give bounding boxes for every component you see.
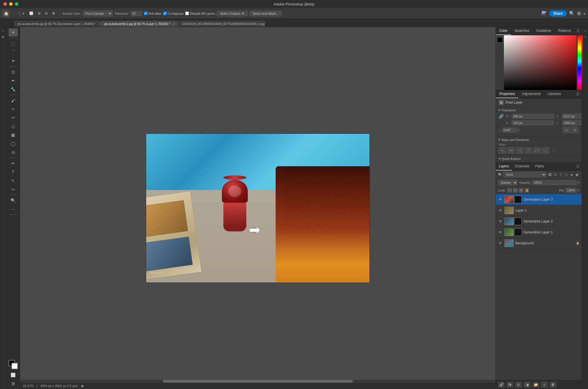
- opacity-chevron[interactable]: ▾: [578, 181, 579, 184]
- tab-1[interactable]: pts-ai-beta-tinhte.jpg @ 66.7% (Generati…: [14, 21, 100, 27]
- layer-fx-icon[interactable]: fx: [507, 382, 513, 388]
- fill-chevron[interactable]: ▾: [578, 189, 579, 192]
- align-right-btn[interactable]: ⊣: [516, 147, 523, 154]
- width-input[interactable]: [512, 114, 554, 119]
- eraser-tool[interactable]: ◻: [9, 122, 18, 130]
- filter-toggle[interactable]: ◉: [575, 172, 579, 177]
- layer-mask-btn[interactable]: ⊙: [515, 382, 522, 388]
- blend-mode-select[interactable]: Darken Normal Multiply Screen Overlay: [498, 180, 518, 185]
- blur-tool[interactable]: ◯: [9, 140, 18, 148]
- fg-swatch[interactable]: [497, 37, 503, 43]
- screen-mode-btn[interactable]: ⬜: [9, 371, 18, 379]
- flip-v-btn[interactable]: ⇕: [571, 127, 579, 133]
- filter-kind-select[interactable]: Kind: [503, 172, 546, 177]
- fill-value[interactable]: 100%: [565, 188, 577, 193]
- collapse-transform-icon[interactable]: ▾: [499, 108, 500, 112]
- history-brush-tool[interactable]: ↩: [9, 114, 18, 122]
- layer-vis-gen2[interactable]: 👁: [498, 219, 503, 224]
- lock-pixel-icon[interactable]: ⬚: [507, 188, 512, 193]
- tab-2[interactable]: pts-ai-beta-tinhte-2.jpg @ 66.7% (Layer …: [101, 21, 178, 27]
- properties-menu-icon[interactable]: ☰: [574, 92, 582, 96]
- chevron-toolbar-icon[interactable]: ▲: [583, 12, 586, 15]
- magic-wand-tool[interactable]: ✦: [9, 57, 18, 65]
- collapse-align-icon[interactable]: ▾: [499, 138, 500, 142]
- minimize-button[interactable]: [9, 2, 13, 6]
- tab-paths[interactable]: Paths: [532, 162, 547, 171]
- search-icon[interactable]: 🔍: [569, 11, 575, 16]
- layer-link-icon[interactable]: 🔗: [498, 382, 504, 388]
- tool-option-add[interactable]: ⊞: [36, 11, 42, 16]
- gradient-tool[interactable]: ▦: [9, 131, 18, 139]
- align-left-btn[interactable]: ⊢: [499, 147, 506, 154]
- background-color[interactable]: [11, 363, 18, 369]
- layer-vis-bg[interactable]: 👁: [498, 241, 503, 245]
- lock-all-icon[interactable]: 🔒: [525, 188, 529, 193]
- marquee-tool[interactable]: ⬚: [9, 40, 18, 48]
- lasso-tool[interactable]: ⌒: [9, 48, 18, 56]
- select-subject-button[interactable]: Select Subject ▼: [217, 11, 247, 16]
- tab-3[interactable]: 326406138_667299308418409_84775208858584…: [179, 21, 265, 27]
- maximize-button[interactable]: [15, 2, 18, 6]
- grid-icon[interactable]: ⊞: [577, 11, 581, 16]
- crop-tool[interactable]: ⊡: [9, 68, 18, 76]
- layer-new-btn[interactable]: +: [541, 382, 548, 388]
- pen-tool[interactable]: ✏: [9, 159, 18, 167]
- dodge-tool[interactable]: ◎: [9, 148, 18, 156]
- tab-1-close[interactable]: ✕: [98, 22, 100, 26]
- align-center-v-btn[interactable]: ⊥⊤: [533, 147, 541, 154]
- lock-position-icon[interactable]: ✏: [513, 188, 518, 193]
- color-hue-bar[interactable]: [578, 35, 582, 90]
- contiguous-checkbox[interactable]: Contiguous: [163, 11, 184, 15]
- align-center-h-btn[interactable]: ⊣⊢: [507, 147, 515, 154]
- close-button[interactable]: [3, 2, 7, 6]
- opacity-value[interactable]: 100%: [532, 180, 577, 185]
- history-panel-icon[interactable]: ↺: [583, 34, 587, 39]
- path-select-tool[interactable]: ↖: [9, 177, 18, 185]
- alpha-bar[interactable]: [581, 35, 583, 90]
- layer-generative-1[interactable]: 👁 Generative Layer 1: [496, 227, 582, 238]
- extra-tools[interactable]: ···: [9, 205, 18, 213]
- height-input[interactable]: [512, 120, 554, 125]
- sample-all-layers-checkbox[interactable]: Sample All Layers: [185, 11, 215, 15]
- spot-heal-tool[interactable]: 🔧: [9, 85, 18, 93]
- chain-link-icon[interactable]: 🔗: [499, 114, 504, 119]
- home-button[interactable]: 🏠: [2, 10, 10, 17]
- color-panel-menu-icon[interactable]: ☰: [574, 29, 582, 33]
- rotate-input[interactable]: [502, 127, 518, 133]
- layer-adjustment-btn[interactable]: ◑: [524, 382, 530, 388]
- eyedropper-tool[interactable]: ✒: [9, 77, 18, 85]
- layer-vis-gen3[interactable]: 👁: [498, 197, 503, 202]
- filter-text-icon[interactable]: T: [558, 172, 563, 177]
- tab-libraries[interactable]: Libraries: [544, 90, 564, 98]
- share-button[interactable]: Share: [549, 10, 567, 17]
- color-picker[interactable]: [496, 35, 582, 90]
- tab-color[interactable]: Color: [496, 27, 511, 35]
- align-top-btn[interactable]: ⊤: [525, 147, 532, 154]
- collapse-qa-icon[interactable]: ▾: [499, 157, 500, 160]
- color-gradient-box[interactable]: [504, 35, 582, 90]
- camera-icon[interactable]: ◉: [1, 34, 5, 39]
- lock-artboard-icon[interactable]: ✛: [519, 188, 523, 193]
- tab-adjustments[interactable]: Adjustments: [519, 90, 544, 98]
- artboard-btn[interactable]: ⊞: [9, 380, 18, 388]
- filter-shape-icon[interactable]: ◻: [564, 172, 568, 177]
- shape-tool[interactable]: ▭: [9, 185, 18, 193]
- filter-smart-icon[interactable]: ◈: [569, 172, 574, 177]
- sample-size-select[interactable]: Point Sample 3 by 3 Average 5 by 5 Avera…: [83, 11, 113, 16]
- horizontal-scrollbar[interactable]: [20, 380, 496, 383]
- brush-tool[interactable]: 🖌: [9, 96, 18, 104]
- filter-adjust-icon[interactable]: ⊙: [553, 172, 558, 177]
- rotate-chevron[interactable]: ▾: [519, 129, 521, 131]
- tolerance-input[interactable]: [131, 11, 142, 16]
- filter-pixel-icon[interactable]: 🖼: [548, 172, 552, 177]
- tool-option-sub[interactable]: ⊟: [44, 11, 49, 16]
- layer-1[interactable]: 👁 Layer 1: [496, 205, 582, 216]
- collapse-right-icon[interactable]: »: [583, 28, 587, 33]
- scroll-thumb[interactable]: [163, 380, 353, 383]
- collapse-left-icon[interactable]: «: [1, 28, 5, 33]
- layer-background[interactable]: 👁 Background 🔒: [496, 238, 582, 249]
- layer-delete-btn[interactable]: 🗑: [550, 382, 556, 388]
- flask-icon[interactable]: ⚗️: [541, 11, 547, 16]
- tab-patterns[interactable]: Patterns: [555, 27, 575, 35]
- layer-group-btn[interactable]: 📁: [533, 382, 539, 388]
